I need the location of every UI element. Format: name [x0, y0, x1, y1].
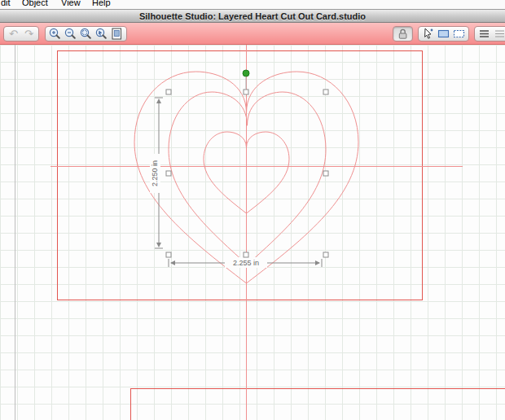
page-setup-button[interactable]: [452, 27, 466, 41]
redo-icon: ↷: [24, 28, 33, 39]
lock-button[interactable]: [396, 27, 410, 41]
select-tool-button[interactable]: [421, 27, 435, 41]
menu-item-edit[interactable]: dit: [1, 0, 11, 7]
fill-page-icon: [437, 27, 450, 41]
menu-item-view[interactable]: View: [61, 0, 81, 7]
lock-icon: [396, 27, 410, 41]
fill-page-button[interactable]: [437, 27, 450, 41]
fit-page-button[interactable]: [110, 27, 124, 41]
undo-icon: ↶: [9, 28, 18, 39]
line-style-button[interactable]: [477, 27, 491, 41]
view-tools-group: [418, 26, 469, 42]
title-bar[interactable]: Silhouette Studio: Layered Heart Cut Out…: [0, 9, 505, 23]
zoom-selection-icon: [79, 27, 93, 41]
zoom-in-icon: [48, 27, 62, 41]
line-style-icon: [477, 27, 491, 41]
page-boundary-secondary: [130, 388, 505, 420]
line-weight-button[interactable]: [493, 27, 505, 41]
zoom-tools-group: [45, 26, 127, 42]
zoom-selection-button[interactable]: [79, 27, 93, 41]
redo-button[interactable]: ↷: [22, 27, 36, 41]
zoom-in-button[interactable]: [48, 27, 62, 41]
toolbar: ↶ ↷: [0, 23, 505, 45]
canvas-left-guide: [15, 45, 15, 420]
crosshair-vertical: [246, 45, 247, 420]
zoom-drag-icon: [94, 27, 108, 41]
page-setup-icon: [452, 27, 466, 41]
menu-bar: dit Object View Help: [0, 0, 505, 9]
lock-group: [393, 26, 413, 42]
zoom-out-icon: [64, 27, 77, 41]
window-title: Silhouette Studio: Layered Heart Cut Out…: [139, 11, 366, 21]
app-window: dit Object View Help Silhouette Studio: …: [0, 0, 505, 420]
undo-redo-group: ↶ ↷: [3, 26, 39, 42]
line-style-group: [474, 26, 505, 42]
canvas[interactable]: 2.250 in 2.255 in: [0, 45, 505, 420]
crosshair-horizontal: [50, 166, 463, 167]
zoom-out-button[interactable]: [64, 27, 77, 41]
menu-item-help[interactable]: Help: [92, 0, 111, 7]
fit-page-icon: [110, 27, 124, 41]
select-tool-icon: [421, 27, 435, 41]
menu-item-object[interactable]: Object: [22, 0, 48, 7]
undo-button[interactable]: ↶: [7, 27, 20, 41]
line-weight-icon: [493, 27, 505, 41]
zoom-drag-button[interactable]: [94, 27, 108, 41]
page-boundary: [57, 50, 423, 300]
